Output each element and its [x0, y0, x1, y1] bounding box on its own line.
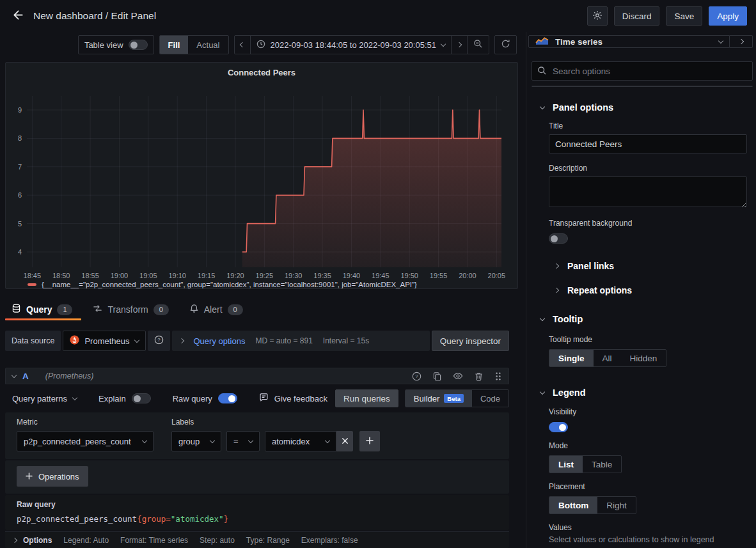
- search-options-input[interactable]: [532, 61, 753, 81]
- format-option-stat: Format: Time series: [120, 536, 188, 545]
- transparent-background-toggle[interactable]: [549, 233, 568, 244]
- header: New dashboard / Edit Panel Discard Save …: [0, 0, 756, 32]
- add-operations-button[interactable]: Operations: [17, 466, 88, 487]
- time-shift-forward-button[interactable]: [451, 36, 467, 54]
- x-axis-tick-label: 19:05: [139, 272, 157, 279]
- code-metric-name: p2p_connected_peers_count: [17, 514, 137, 524]
- table-view-control: Table view: [78, 35, 154, 54]
- panel-options-section-header[interactable]: Panel options: [526, 102, 756, 113]
- explain-toggle[interactable]: [132, 393, 151, 403]
- hide-query-eye-icon[interactable]: [453, 371, 463, 381]
- page-title: New dashboard / Edit Panel: [33, 10, 156, 22]
- refresh-icon: [501, 39, 510, 51]
- builder-option[interactable]: Builder Beta: [406, 390, 472, 407]
- query-options-bar[interactable]: Query options MD = auto = 891 Interval =…: [172, 331, 430, 351]
- run-queries-button[interactable]: Run queries: [335, 389, 398, 407]
- query-row-header[interactable]: A (Prometheus) ?: [5, 368, 509, 384]
- y-axis-tick-label: 5: [18, 220, 22, 228]
- duplicate-query-icon[interactable]: [432, 372, 442, 381]
- time-shift-back-button[interactable]: [235, 36, 250, 54]
- tab-transform-label: Transform: [107, 304, 148, 315]
- transform-count-badge: 0: [154, 304, 169, 315]
- panel-settings-button[interactable]: [587, 6, 608, 26]
- close-icon: [342, 437, 349, 446]
- panel-links-section-header[interactable]: Panel links: [526, 254, 756, 278]
- tooltip-mode-hidden[interactable]: Hidden: [621, 350, 666, 366]
- metric-label: Metric: [17, 418, 154, 427]
- x-axis-tick-label: 19:30: [285, 272, 303, 279]
- toggle-viz-picker-button[interactable]: [730, 35, 753, 48]
- panel-description-textarea[interactable]: [549, 176, 747, 207]
- legend-visibility-toggle[interactable]: [549, 422, 568, 432]
- legend-placement-bottom[interactable]: Bottom: [549, 497, 597, 513]
- query-options-summary-row[interactable]: Options Legend: Auto Format: Time series…: [5, 531, 509, 548]
- actual-option[interactable]: Actual: [188, 36, 228, 54]
- discard-button[interactable]: Discard: [614, 6, 660, 26]
- fill-actual-switch: Fill Actual: [159, 35, 229, 54]
- repeat-options-title: Repeat options: [567, 285, 632, 295]
- collapse-query-icon[interactable]: [12, 372, 17, 377]
- remove-label-button[interactable]: [336, 431, 353, 451]
- visualization-select[interactable]: Time series: [528, 35, 730, 48]
- datasource-help-button[interactable]: ?: [148, 331, 170, 351]
- save-button[interactable]: Save: [666, 6, 702, 26]
- raw-query-toggle[interactable]: [218, 393, 237, 403]
- repeat-options-section-header[interactable]: Repeat options: [526, 278, 756, 302]
- legend-mode-list[interactable]: List: [549, 456, 583, 473]
- drag-handle-icon[interactable]: [494, 372, 502, 381]
- fill-option[interactable]: Fill: [160, 36, 189, 54]
- add-label-button[interactable]: [359, 431, 380, 451]
- legend-option-stat: Legend: Auto: [63, 536, 109, 545]
- label-key-select[interactable]: group: [171, 431, 221, 451]
- query-patterns-label: Query patterns: [12, 394, 67, 403]
- label-operator-select[interactable]: =: [226, 431, 260, 451]
- metric-select[interactable]: p2p_connected_peers_count: [17, 431, 154, 451]
- chevron-down-icon: [210, 437, 215, 442]
- table-view-toggle[interactable]: [129, 40, 148, 50]
- raw-query-label: Raw query: [17, 500, 498, 509]
- x-axis-tick-label: 18:45: [24, 272, 42, 279]
- chevron-down-icon: [142, 437, 147, 442]
- explain-label: Explain: [98, 394, 126, 403]
- explain-control: Explain: [98, 393, 151, 403]
- tab-transform[interactable]: Transform 0: [86, 304, 177, 320]
- chevron-down-icon: [134, 337, 139, 342]
- legend-title: Legend: [553, 388, 586, 398]
- tooltip-mode-all[interactable]: All: [594, 350, 621, 366]
- editor-tabs: Query 1 Transform 0 Alert 0: [5, 304, 521, 320]
- y-axis-tick-label: 4: [18, 248, 22, 256]
- query-datasource-hint: (Prometheus): [45, 372, 94, 380]
- legend-placement-right[interactable]: Right: [597, 497, 636, 513]
- exemplars-option-stat: Exemplars: false: [301, 536, 358, 545]
- tooltip-section-header[interactable]: Tooltip: [526, 314, 756, 324]
- back-button[interactable]: [8, 6, 28, 26]
- chevron-right-icon: [178, 338, 184, 343]
- label-value-select[interactable]: atomicdex: [265, 431, 336, 451]
- tab-query[interactable]: Query 1: [5, 304, 81, 320]
- datasource-select[interactable]: Prometheus: [63, 331, 145, 351]
- x-axis-tick-label: 19:25: [256, 272, 274, 279]
- query-patterns-dropdown[interactable]: Query patterns: [12, 394, 77, 403]
- query-inspector-button[interactable]: Query inspector: [432, 331, 509, 351]
- query-help-icon[interactable]: ?: [412, 372, 421, 381]
- code-option[interactable]: Code: [472, 390, 508, 407]
- legend-mode-table[interactable]: Table: [583, 456, 621, 473]
- refresh-button[interactable]: [495, 36, 516, 54]
- label-value: atomicdex: [272, 437, 310, 446]
- tooltip-mode-single[interactable]: Single: [549, 350, 594, 366]
- legend-section-header[interactable]: Legend: [526, 388, 756, 398]
- delete-query-trash-icon[interactable]: [474, 372, 484, 381]
- panel-title-input[interactable]: [549, 134, 747, 153]
- code-label-key: group=: [142, 514, 171, 524]
- tab-alert[interactable]: Alert 0: [183, 304, 252, 320]
- zoom-out-button[interactable]: [467, 36, 489, 54]
- chevron-right-icon: [457, 42, 462, 47]
- apply-button[interactable]: Apply: [709, 6, 747, 26]
- chevron-left-icon: [239, 42, 244, 47]
- time-range-button[interactable]: 2022-09-03 18:44:05 to 2022-09-03 20:05:…: [250, 36, 452, 54]
- give-feedback-link[interactable]: Give feedback: [259, 393, 327, 404]
- raw-query-label: Raw query: [173, 394, 212, 403]
- timeseries-chart[interactable]: 18:4518:5018:5519:0019:0519:1019:1519:20…: [11, 82, 516, 281]
- grafana-edit-panel: New dashboard / Edit Panel Discard Save …: [0, 0, 756, 548]
- x-axis-tick-label: 18:50: [52, 272, 70, 279]
